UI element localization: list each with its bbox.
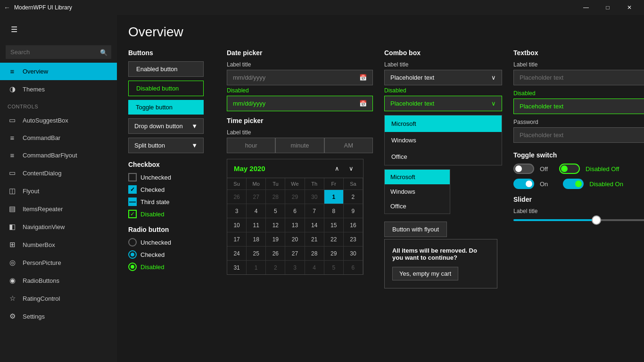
- checkbox-unchecked[interactable]: Unchecked: [128, 173, 215, 181]
- cal-day-today[interactable]: 1: [324, 189, 344, 204]
- sidebar-item-themes-label: Themes: [23, 86, 45, 93]
- sidebar-item-contentdialog[interactable]: ▭ ContentDialog: [0, 164, 117, 182]
- flyout-button[interactable]: Button with flyout: [384, 222, 447, 237]
- combo-item-microsoft[interactable]: Microsoft: [385, 115, 502, 132]
- slider-track[interactable]: [513, 219, 644, 221]
- cal-day[interactable]: 4: [247, 204, 266, 218]
- disabled-button[interactable]: Disabled button: [128, 81, 204, 96]
- cal-day[interactable]: 13: [285, 218, 305, 232]
- cal-day[interactable]: 28: [266, 189, 285, 204]
- flyout-confirm-button[interactable]: Yes, empty my cart: [392, 267, 458, 280]
- search-input[interactable]: [6, 45, 111, 59]
- password-input[interactable]: [513, 127, 644, 143]
- combo-sm-windows[interactable]: Windows: [385, 184, 450, 199]
- sidebar-item-numberbox[interactable]: ⊞ NumberBox: [0, 236, 117, 254]
- calendar-prev-btn[interactable]: ∧: [332, 164, 342, 173]
- toggle-button[interactable]: Toggle button: [128, 100, 204, 115]
- combo-sm-office[interactable]: Office: [385, 199, 450, 214]
- cal-day[interactable]: 16: [344, 218, 363, 232]
- sidebar-item-ratingcontrol[interactable]: ☆ RatingControl: [0, 289, 117, 307]
- cal-day[interactable]: 3: [227, 204, 247, 218]
- sidebar-item-commandbar[interactable]: ≡ CommandBar: [0, 129, 117, 147]
- cal-day[interactable]: 18: [247, 232, 266, 246]
- password-label: Password: [513, 119, 644, 125]
- calendar-month[interactable]: May 2020: [234, 165, 265, 173]
- enabled-button[interactable]: Enabled button: [128, 61, 204, 77]
- cal-day[interactable]: 24: [227, 246, 247, 260]
- cal-day[interactable]: 21: [305, 232, 324, 246]
- sidebar-item-personpicture[interactable]: ◎ PersonPicture: [0, 254, 117, 272]
- textbox-input[interactable]: [513, 70, 644, 85]
- minute-segment[interactable]: minute: [275, 138, 324, 153]
- radio-section-title: Radio button: [128, 226, 215, 233]
- cal-day[interactable]: 25: [247, 246, 266, 260]
- cal-day[interactable]: 19: [266, 232, 285, 246]
- cal-day[interactable]: 23: [344, 232, 363, 246]
- close-button[interactable]: ✕: [619, 0, 640, 15]
- minimize-button[interactable]: —: [575, 0, 597, 15]
- cal-day[interactable]: 30: [305, 189, 324, 204]
- toggle-off-switch[interactable]: [513, 164, 534, 174]
- cal-day[interactable]: 11: [247, 218, 266, 232]
- radio-unchecked[interactable]: Unchecked: [128, 238, 215, 247]
- cal-day[interactable]: 29: [285, 189, 305, 204]
- cal-day[interactable]: 7: [305, 204, 324, 218]
- slider-label: Label title: [513, 208, 644, 214]
- sidebar-item-overview[interactable]: ≡ Overview: [0, 63, 117, 80]
- cal-day[interactable]: 6: [344, 260, 363, 274]
- cal-day[interactable]: 4: [305, 260, 324, 274]
- cal-day[interactable]: 14: [305, 218, 324, 232]
- cal-day[interactable]: 29: [324, 246, 344, 260]
- cal-day[interactable]: 3: [285, 260, 305, 274]
- toggle-row-on: On Disabled On: [513, 179, 644, 189]
- hamburger-button[interactable]: ☰: [6, 21, 23, 38]
- sidebar-item-navigationview[interactable]: ◧ NavigationView: [0, 218, 117, 236]
- sidebar-item-settings[interactable]: ⚙ Settings: [0, 307, 117, 325]
- cal-day[interactable]: 5: [324, 260, 344, 274]
- sidebar-item-commandbarflyout[interactable]: ≡ CommandBarFlyout: [0, 147, 117, 164]
- combo-item-office[interactable]: Office: [385, 148, 502, 165]
- cal-day[interactable]: 27: [285, 246, 305, 260]
- cal-day[interactable]: 26: [266, 246, 285, 260]
- cal-day[interactable]: 9: [344, 204, 363, 218]
- cal-day[interactable]: 6: [285, 204, 305, 218]
- combo-sm-microsoft[interactable]: Microsoft: [385, 170, 450, 184]
- sidebar-item-itemsrepeater[interactable]: ▤ ItemsRepeater: [0, 200, 117, 218]
- cal-day[interactable]: 22: [324, 232, 344, 246]
- hour-segment[interactable]: hour: [227, 138, 275, 153]
- calendar-header: May 2020 ∧ ∨: [227, 159, 363, 178]
- combobox-select[interactable]: Placeholder text ∨: [384, 70, 502, 85]
- cal-day[interactable]: 15: [324, 218, 344, 232]
- sidebar-item-flyout[interactable]: ◫ Flyout: [0, 182, 117, 200]
- cal-day[interactable]: 5: [266, 204, 285, 218]
- cal-day[interactable]: 26: [227, 189, 247, 204]
- split-button[interactable]: Split button ▼: [128, 138, 204, 153]
- sidebar-item-radiobuttons[interactable]: ◉ RadioButtons: [0, 272, 117, 289]
- cal-day[interactable]: 8: [324, 204, 344, 218]
- cal-day[interactable]: 12: [266, 218, 285, 232]
- cal-day[interactable]: 27: [247, 189, 266, 204]
- cal-day[interactable]: 10: [227, 218, 247, 232]
- cal-day[interactable]: 28: [305, 246, 324, 260]
- maximize-button[interactable]: □: [597, 0, 619, 15]
- sidebar-item-autosuggestbox[interactable]: ▭ AutoSuggestBox: [0, 111, 117, 129]
- datepicker-input[interactable]: mm/dd/yyyy 📅: [227, 70, 373, 85]
- calendar-next-btn[interactable]: ∨: [346, 164, 356, 173]
- cal-day[interactable]: 17: [227, 232, 247, 246]
- cal-day[interactable]: 31: [227, 260, 247, 274]
- sidebar-item-themes[interactable]: ◑ Themes: [0, 80, 117, 98]
- cal-day[interactable]: 2: [344, 189, 363, 204]
- toggle-on-switch[interactable]: [513, 179, 534, 189]
- checkbox-checked[interactable]: ✓ Checked: [128, 185, 215, 194]
- cal-day[interactable]: 30: [344, 246, 363, 260]
- radio-checked[interactable]: Checked: [128, 250, 215, 259]
- checkbox-third-state[interactable]: — Third state: [128, 197, 215, 206]
- ampm-segment[interactable]: AM: [324, 138, 373, 153]
- dropdown-button[interactable]: Drop down button ▼: [128, 118, 204, 134]
- back-arrow-icon[interactable]: ←: [4, 4, 10, 11]
- slider-thumb[interactable]: [592, 215, 601, 225]
- cal-day[interactable]: 20: [285, 232, 305, 246]
- cal-day[interactable]: 1: [247, 260, 266, 274]
- combo-item-windows[interactable]: Windows: [385, 132, 502, 148]
- cal-day[interactable]: 2: [266, 260, 285, 274]
